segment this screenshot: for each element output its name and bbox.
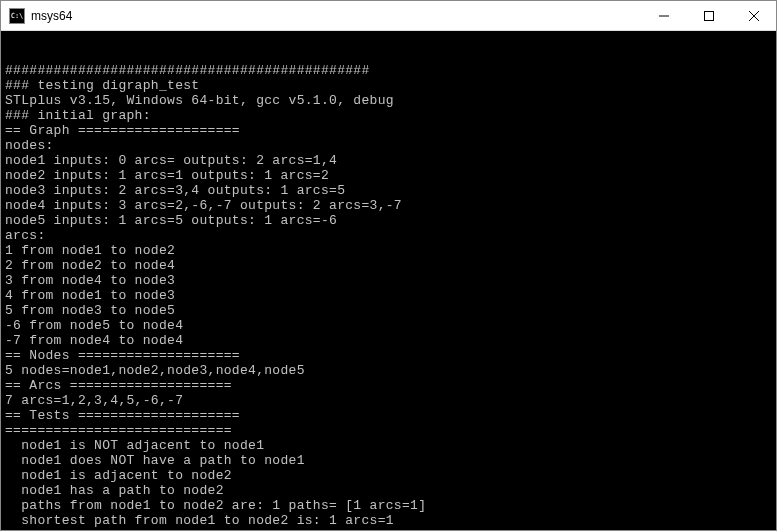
terminal-line: -7 from node4 to node4 bbox=[5, 333, 772, 348]
title-controls bbox=[641, 1, 776, 30]
terminal-line: 5 from node3 to node5 bbox=[5, 303, 772, 318]
terminal-line: 4 from node1 to node3 bbox=[5, 288, 772, 303]
terminal-line: nodes: bbox=[5, 138, 772, 153]
minimize-button[interactable] bbox=[641, 1, 686, 30]
title-bar-left: C:\ msys64 bbox=[9, 8, 72, 24]
terminal-line: node1 does NOT have a path to node1 bbox=[5, 453, 772, 468]
terminal-line: node1 is adjacent to node2 bbox=[5, 468, 772, 483]
window: C:\ msys64 #############################… bbox=[0, 0, 777, 531]
terminal-line: 5 nodes=node1,node2,node3,node4,node5 bbox=[5, 363, 772, 378]
close-button[interactable] bbox=[731, 1, 776, 30]
close-icon bbox=[749, 11, 759, 21]
terminal-line: node4 inputs: 3 arcs=2,-6,-7 outputs: 2 … bbox=[5, 198, 772, 213]
terminal-line: STLplus v3.15, Windows 64-bit, gcc v5.1.… bbox=[5, 93, 772, 108]
terminal-line: == Graph ==================== bbox=[5, 123, 772, 138]
terminal-line: node3 inputs: 2 arcs=3,4 outputs: 1 arcs… bbox=[5, 183, 772, 198]
minimize-icon bbox=[659, 11, 669, 21]
terminal-line: 7 arcs=1,2,3,4,5,-6,-7 bbox=[5, 393, 772, 408]
terminal-line: ============================ bbox=[5, 423, 772, 438]
maximize-icon bbox=[704, 11, 714, 21]
terminal-line: ### initial graph: bbox=[5, 108, 772, 123]
terminal-line: node1 has a path to node2 bbox=[5, 483, 772, 498]
terminal-line: == Nodes ==================== bbox=[5, 348, 772, 363]
terminal-line: node5 inputs: 1 arcs=5 outputs: 1 arcs=-… bbox=[5, 213, 772, 228]
terminal-line: -6 from node5 to node4 bbox=[5, 318, 772, 333]
terminal-line: ########################################… bbox=[5, 63, 772, 78]
terminal-line: ### testing digraph_test bbox=[5, 78, 772, 93]
app-icon: C:\ bbox=[9, 8, 25, 24]
terminal-line: == Tests ==================== bbox=[5, 408, 772, 423]
terminal-output[interactable]: ########################################… bbox=[1, 31, 776, 530]
terminal-line: 3 from node4 to node3 bbox=[5, 273, 772, 288]
window-title: msys64 bbox=[31, 9, 72, 23]
terminal-line: node1 is NOT adjacent to node1 bbox=[5, 438, 772, 453]
terminal-line: shortest path from node1 to node2 is: 1 … bbox=[5, 513, 772, 528]
terminal-line: 2 from node2 to node4 bbox=[5, 258, 772, 273]
svg-rect-1 bbox=[704, 11, 713, 20]
title-bar: C:\ msys64 bbox=[1, 1, 776, 31]
terminal-line: node2 inputs: 1 arcs=1 outputs: 1 arcs=2 bbox=[5, 168, 772, 183]
terminal-line: node1 inputs: 0 arcs= outputs: 2 arcs=1,… bbox=[5, 153, 772, 168]
maximize-button[interactable] bbox=[686, 1, 731, 30]
terminal-line: paths from node1 to node2 are: 1 paths= … bbox=[5, 498, 772, 513]
terminal-line: 1 from node1 to node2 bbox=[5, 243, 772, 258]
terminal-line: == Arcs ==================== bbox=[5, 378, 772, 393]
terminal-line: arcs: bbox=[5, 228, 772, 243]
